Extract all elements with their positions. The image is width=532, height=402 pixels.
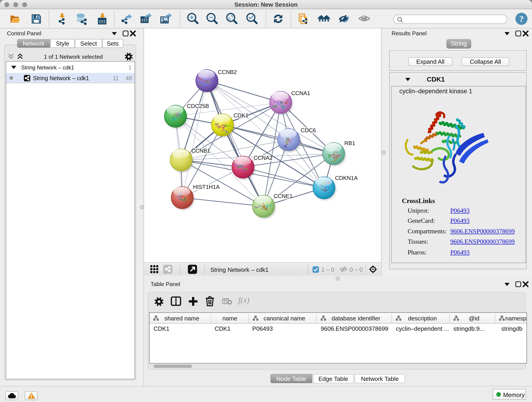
- svg-text:CCNB2: CCNB2: [218, 69, 237, 75]
- svg-text:@id: @id: [469, 315, 480, 322]
- svg-text:namespace: namespace: [505, 315, 527, 322]
- svg-text:name: name: [222, 315, 237, 322]
- svg-text:database identifier: database identifier: [332, 315, 380, 322]
- svg-text:CDC6: CDC6: [301, 127, 316, 133]
- svg-text:description: description: [408, 315, 437, 322]
- svg-text:HIST1H1A: HIST1H1A: [193, 184, 220, 190]
- svg-text:CDK1: CDK1: [234, 112, 248, 119]
- svg-text:RB1: RB1: [344, 140, 355, 146]
- svg-text:CCNA1: CCNA1: [291, 90, 310, 96]
- svg-text:shared name: shared name: [165, 315, 199, 322]
- svg-text:canonical name: canonical name: [264, 315, 305, 322]
- svg-text:CCNA2: CCNA2: [254, 155, 273, 161]
- svg-text:CCNB1: CCNB1: [191, 148, 210, 154]
- svg-text:CDC25B: CDC25B: [187, 103, 209, 109]
- svg-text:CDKN1A: CDKN1A: [335, 175, 358, 181]
- svg-text:CCNE1: CCNE1: [273, 193, 293, 199]
- svg-text:?: ?: [519, 14, 524, 24]
